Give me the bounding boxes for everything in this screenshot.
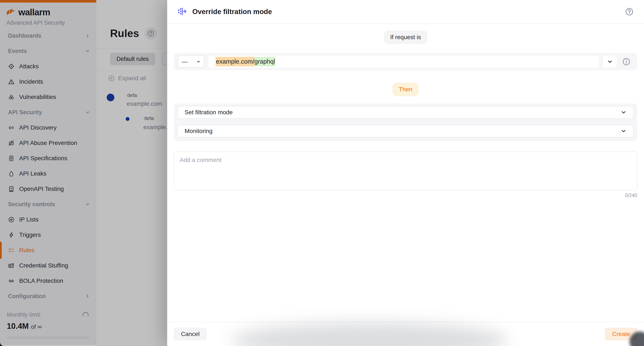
- filtration-mode-select[interactable]: Monitoring: [178, 125, 634, 137]
- condition-uri-input[interactable]: example.com/graphql: [208, 55, 599, 68]
- chevron-right-icon: [85, 294, 90, 299]
- sidebar-item-attacks[interactable]: Attacks: [0, 59, 96, 74]
- brand-subtitle: Advanced API Security: [6, 19, 65, 26]
- biohazard-icon: [8, 94, 14, 100]
- monthly-limit-progressbar: [7, 336, 89, 339]
- sidebar-section-events[interactable]: Events: [0, 43, 96, 59]
- chevron-right-icon: [85, 33, 90, 38]
- brand: wallarm Advanced API Security: [6, 7, 65, 26]
- sidebar: wallarm Advanced API Security Dashboards…: [0, 0, 96, 345]
- chevron-down-icon: [196, 59, 200, 64]
- condition-row: — example.com/graphql: [174, 53, 637, 70]
- if-request-is-pill: If request is: [384, 30, 428, 44]
- modal-header: Override filtration mode: [167, 0, 644, 24]
- chevron-down-icon: [607, 59, 613, 64]
- sidebar-item-api-discovery[interactable]: API Discovery: [0, 120, 96, 135]
- action-group: Set filtration mode Monitoring: [174, 103, 637, 141]
- chevron-down-icon: [621, 128, 626, 134]
- sidebar-section-configuration[interactable]: Configuration: [0, 289, 96, 304]
- sidebar-item-api-specifications[interactable]: API Specifications: [0, 151, 96, 166]
- top-accent-bar: [0, 0, 96, 2]
- condition-operator-select[interactable]: —: [178, 55, 204, 68]
- sidebar-item-ip-lists[interactable]: IP IP Lists: [0, 212, 96, 227]
- svg-text:ID: ID: [10, 280, 13, 283]
- sidebar-item-api-abuse-prevention[interactable]: API Abuse Prevention: [0, 135, 96, 151]
- sidebar-item-incidents[interactable]: Incidents: [0, 74, 96, 89]
- uri-path-token: graphql: [254, 57, 276, 66]
- spinner-icon: [82, 311, 89, 318]
- screen: wallarm Advanced API Security Dashboards…: [0, 0, 644, 346]
- lightning-icon: [8, 232, 14, 238]
- create-button[interactable]: Create: [605, 328, 638, 341]
- document-icon: [8, 155, 14, 162]
- droplet-icon: [8, 170, 14, 177]
- uri-host-token: example.com/: [216, 57, 254, 66]
- modal-footer: Cancel Create: [167, 322, 644, 346]
- monthly-limit: Monthly limit: 10.4M of ∞: [7, 311, 89, 339]
- sidebar-section-api-security[interactable]: API Security: [0, 105, 96, 120]
- sidebar-item-triggers[interactable]: Triggers: [0, 227, 96, 243]
- sidebar-section-security-controls[interactable]: Security controls: [0, 197, 96, 212]
- chevron-down-icon: [85, 49, 90, 53]
- id-card-icon: [8, 262, 14, 269]
- sidebar-section-dashboards[interactable]: Dashboards: [0, 28, 96, 43]
- condition-expand-button[interactable]: [603, 55, 616, 68]
- rule-status-dot: [126, 117, 130, 121]
- svg-text:IP: IP: [10, 218, 12, 221]
- sidebar-nav: Dashboards Events Attacks Incidents: [0, 28, 96, 304]
- comment-textarea[interactable]: [174, 151, 637, 190]
- modal-title: Override filtration mode: [192, 8, 272, 16]
- brand-name: wallarm: [18, 7, 50, 17]
- chevron-down-icon: [85, 202, 90, 207]
- ip-circle-icon: IP: [8, 216, 14, 223]
- cancel-button[interactable]: Cancel: [174, 328, 207, 341]
- braces-check-icon: [8, 124, 14, 131]
- sidebar-item-bola-protection[interactable]: ID BOLA Protection: [0, 273, 96, 289]
- sidebar-item-credential-stuffing[interactable]: Credential Stuffing: [0, 258, 96, 273]
- bot-off-icon: [8, 140, 14, 146]
- then-pill: Then: [392, 82, 419, 96]
- action-select[interactable]: Set filtration mode: [178, 106, 634, 119]
- info-icon[interactable]: [622, 57, 630, 66]
- sidebar-item-vulnerabilities[interactable]: Vulnerabilities: [0, 89, 96, 105]
- doc-check-icon: [8, 186, 14, 192]
- tab-default-rules[interactable]: Default rules: [110, 53, 155, 65]
- expand-all-button[interactable]: Expand all: [108, 75, 146, 82]
- sidebar-item-openapi-testing[interactable]: OpenAPI Testing: [0, 181, 96, 197]
- chevron-down-icon: [621, 110, 626, 115]
- chevron-down-icon: [85, 110, 90, 115]
- shadow-artifact: [231, 323, 508, 346]
- sidebar-item-api-leaks[interactable]: API Leaks: [0, 166, 96, 181]
- rule-flow-icon: [178, 7, 187, 16]
- comment-counter: 0/240: [625, 193, 637, 198]
- rule-status-dot: [107, 94, 114, 101]
- help-icon[interactable]: [625, 7, 634, 16]
- sidebar-item-rules[interactable]: Rules: [0, 243, 96, 258]
- plus-circle-icon: [108, 75, 115, 82]
- checklist-icon: [8, 247, 14, 253]
- monthly-limit-label: Monthly limit:: [7, 311, 42, 318]
- page-title: Rules: [110, 27, 139, 39]
- braces-id-icon: ID: [8, 278, 14, 284]
- wallarm-logo-icon: [6, 8, 15, 16]
- warning-triangle-icon: [8, 78, 14, 85]
- monthly-limit-value: 10.4M of ∞: [7, 322, 89, 331]
- page-help-icon[interactable]: [144, 27, 157, 39]
- override-filtration-modal: Override filtration mode If request is —…: [167, 0, 644, 346]
- target-icon: [8, 63, 14, 70]
